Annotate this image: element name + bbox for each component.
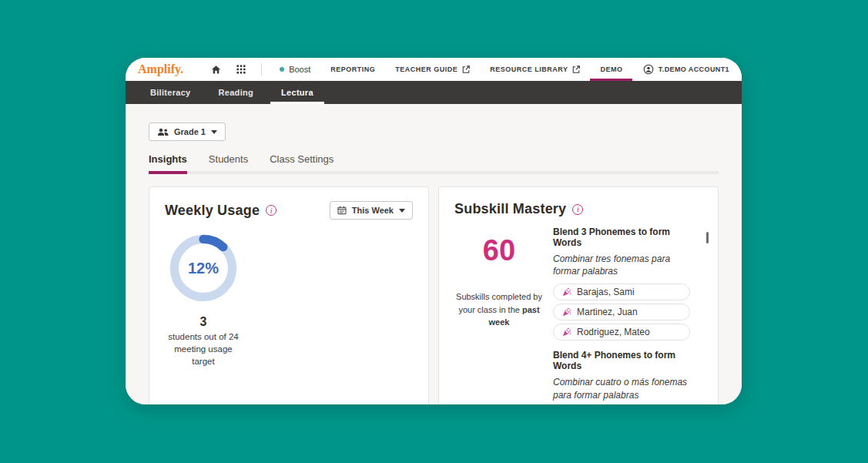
nav-item-label: Boost xyxy=(289,65,310,74)
student-pill[interactable]: Rodriguez, Mateo xyxy=(553,324,690,341)
weekly-usage-card: Weekly Usage This Week xyxy=(149,186,429,404)
nav-item-demo[interactable]: DEMO xyxy=(590,58,632,81)
usage-caption: students out of 24 meeting usage target xyxy=(160,330,246,367)
subskill-mastery-title: Subskill Mastery xyxy=(454,201,566,217)
chevron-down-icon xyxy=(211,130,217,134)
subskill-group-subtitle: Combinar tres fonemas para formar palabr… xyxy=(553,253,690,277)
nav-item-boost[interactable]: Boost xyxy=(270,58,320,81)
calendar-icon xyxy=(337,206,347,215)
student-pill[interactable]: Martinez, Juan xyxy=(553,304,690,320)
students-group-icon xyxy=(157,128,169,136)
student-name: Rodriguez, Mateo xyxy=(577,327,650,337)
student-pill-list: Barajas, SamiMartinez, JuanRodriguez, Ma… xyxy=(553,284,690,341)
content-area: Grade 1 Insights Students Class Settings… xyxy=(126,104,742,404)
app-window: Amplify. Boost REPORTING TEACHER G xyxy=(126,58,742,404)
usage-caption-line: meeting usage xyxy=(160,343,246,355)
account-name: T.DEMO ACCOUNT1 xyxy=(659,65,729,73)
tab-students[interactable]: Students xyxy=(209,153,248,174)
program-navigation: Biliteracy Reading Lectura xyxy=(126,81,742,104)
tab-insights[interactable]: Insights xyxy=(149,153,187,174)
home-button[interactable] xyxy=(203,58,229,81)
nav-item-label: REPORTING xyxy=(330,65,375,73)
home-icon xyxy=(211,65,221,75)
nav-item-teacher-guide[interactable]: TEACHER GUIDE xyxy=(385,58,480,81)
account-icon xyxy=(643,64,654,75)
weekly-usage-title: Weekly Usage xyxy=(165,203,260,219)
party-popper-icon xyxy=(561,287,571,297)
subskill-summary: 60 Subskills completed by your class in … xyxy=(454,225,544,404)
usage-count: 3 xyxy=(160,315,246,329)
student-name: Barajas, Sami xyxy=(577,287,635,297)
subskill-mastery-card: Subskill Mastery 60 Subskills completed … xyxy=(438,186,719,404)
usage-caption-line: target xyxy=(160,355,246,367)
nav-item-label: DEMO xyxy=(600,65,622,73)
usage-donut-chart: 12% xyxy=(167,232,240,304)
subskill-caption: Subskills completed by your class in the… xyxy=(454,290,544,329)
subskill-group-subtitle: Combinar cuatro o más fonemas para forma… xyxy=(553,376,690,401)
program-tab-biliteracy[interactable]: Biliteracy xyxy=(139,81,202,104)
top-navigation: Amplify. Boost REPORTING TEACHER G xyxy=(126,58,742,81)
donut-percent-label: 12% xyxy=(167,232,240,304)
chevron-down-icon xyxy=(399,209,405,213)
usage-caption-line: students out of 24 xyxy=(160,330,246,343)
program-tab-reading[interactable]: Reading xyxy=(208,81,265,104)
usage-donut-block: 12% 3 students out of 24 meeting usage t… xyxy=(160,232,246,367)
external-link-icon xyxy=(462,65,470,73)
tab-class-settings[interactable]: Class Settings xyxy=(270,153,333,174)
nav-item-label: TEACHER GUIDE xyxy=(395,65,457,73)
dashboard-cards: Weekly Usage This Week xyxy=(149,186,719,404)
nav-item-resource-library[interactable]: RESOURCE LIBRARY xyxy=(480,58,590,81)
grade-filter-dropdown[interactable]: Grade 1 xyxy=(149,122,226,141)
student-pill[interactable]: Barajas, Sami xyxy=(553,284,690,300)
class-tabs: Insights Students Class Settings xyxy=(149,153,719,174)
nav-item-label: RESOURCE LIBRARY xyxy=(490,65,568,73)
nav-item-reporting[interactable]: REPORTING xyxy=(320,58,385,81)
party-popper-icon xyxy=(561,307,571,317)
app-grid-button[interactable] xyxy=(229,58,253,81)
program-tab-lectura[interactable]: Lectura xyxy=(270,81,324,104)
party-popper-icon xyxy=(561,327,571,337)
card-scrollbar-thumb[interactable] xyxy=(706,232,709,243)
grid-icon xyxy=(236,65,246,74)
period-label: This Week xyxy=(352,206,394,215)
student-name: Martinez, Juan xyxy=(577,307,638,317)
subskill-groups: Blend 3 Phonemes to form WordsCombinar t… xyxy=(553,225,702,404)
amplify-logo[interactable]: Amplify. xyxy=(138,58,183,81)
nav-divider xyxy=(261,63,262,75)
subskill-group-title: Blend 3 Phonemes to form Words xyxy=(553,226,690,248)
account-menu[interactable]: T.DEMO ACCOUNT1 xyxy=(643,58,729,81)
subskill-count: 60 xyxy=(454,234,544,267)
period-dropdown[interactable]: This Week xyxy=(330,201,413,220)
info-icon[interactable] xyxy=(572,204,583,215)
subskill-group-title: Blend 4+ Phonemes to form Words xyxy=(553,350,690,371)
grade-filter-label: Grade 1 xyxy=(174,127,206,136)
info-icon[interactable] xyxy=(266,205,276,216)
external-link-icon xyxy=(572,65,580,73)
boost-status-dot xyxy=(280,67,284,72)
